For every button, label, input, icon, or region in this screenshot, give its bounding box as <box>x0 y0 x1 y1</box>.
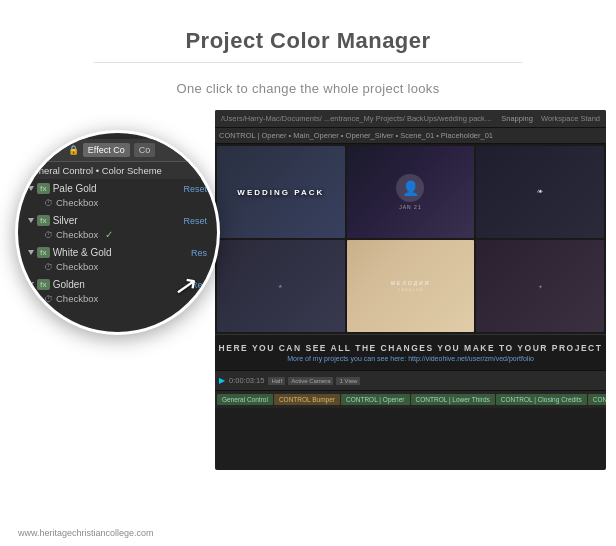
ae-zoom-control[interactable]: Half <box>268 377 285 385</box>
ae-timecode: ▶ <box>219 376 225 385</box>
scheme-name-white-gold: White & Gold <box>53 247 188 258</box>
ae-timeline: ▶ 0:00:03:15 Half Active Camera 1 View <box>215 370 606 390</box>
ae-breadcrumb: CONTROL | Opener • Main_Opener • Opener_… <box>219 131 493 140</box>
scheme-row-white-gold: fx White & Gold Res <box>22 245 213 260</box>
scheme-item-pale-gold: fx Pale Gold Reset ⏱ Checkbox <box>18 179 217 211</box>
ae-thumb-2: 👤 JAN 21 <box>347 146 475 238</box>
reset-white-gold-button[interactable]: Res <box>191 248 207 258</box>
reset-pale-gold-button[interactable]: Reset <box>183 184 207 194</box>
panel-title-bar: General Control • Color Scheme <box>18 162 217 179</box>
ae-snapping: Snapping <box>501 114 533 123</box>
clock-icon: ⏱ <box>44 262 53 272</box>
triangle-down-icon <box>28 250 34 255</box>
ae-controls: Half Active Camera 1 View <box>268 377 360 385</box>
ae-tab-closing-credits[interactable]: CONTROL | Closing Credits <box>496 394 587 405</box>
panel-tab-effect[interactable]: Effect Co <box>83 143 130 157</box>
ae-view-control[interactable]: 1 View <box>336 377 360 385</box>
checkbox-white-gold[interactable]: Checkbox <box>56 261 98 272</box>
ae-tab-control-opener[interactable]: CONTROL | Opener <box>341 394 410 405</box>
clock-icon: ⏱ <box>44 294 53 304</box>
fx-badge: fx <box>37 183 50 194</box>
ae-thumb-6: ✦ <box>476 240 604 332</box>
panel-tab-co[interactable]: Co <box>134 143 156 157</box>
ae-top-bar: /Users/Harry-Mac/Documents/ ...entrance_… <box>215 110 606 128</box>
scheme-row-pale-gold: fx Pale Gold Reset <box>22 181 213 196</box>
cursor-arrow-icon: ↗ <box>171 267 199 303</box>
ae-duration: 0:00:03:15 <box>229 376 264 385</box>
ae-toolbar: CONTROL | Opener • Main_Opener • Opener_… <box>215 128 606 144</box>
ae-thumb-3: ❧ <box>476 146 604 238</box>
footer-url: www.heritagechristiancollege.com <box>18 528 154 538</box>
panel-header: ject × 🔒 Effect Co Co <box>18 139 217 162</box>
scheme-item-silver: fx Silver Reset ⏱ Checkbox ✓ <box>18 211 217 243</box>
ae-preview-grid: WEDDING PACK 👤 JAN 21 ❧ ★ <box>215 144 606 334</box>
sub-row-pale-gold: ⏱ Checkbox <box>22 196 213 209</box>
triangle-down-icon <box>28 218 34 223</box>
ae-sub-text: More of my projects you can see here: ht… <box>219 355 603 362</box>
divider <box>94 62 523 63</box>
scheme-name-pale-gold: Pale Gold <box>53 183 181 194</box>
ae-tab-control-bumper[interactable]: CONTROL Bumper <box>274 394 340 405</box>
checkbox-golden[interactable]: Checkbox <box>56 293 98 304</box>
scheme-name-golden: Golden <box>53 279 188 290</box>
header-section: Project Color Manager One click to chang… <box>0 0 616 110</box>
ae-thumb-1: WEDDING PACK <box>217 146 345 238</box>
main-content: ject × 🔒 Effect Co Co General Control • … <box>0 110 616 490</box>
ae-tab-general-control[interactable]: General Control <box>217 394 273 405</box>
lock-icon: 🔒 <box>68 145 79 155</box>
ae-file-path: /Users/Harry-Mac/Documents/ ...entrance_… <box>221 114 493 123</box>
ae-screenshot: /Users/Harry-Mac/Documents/ ...entrance_… <box>215 110 606 470</box>
ae-camera-control[interactable]: Active Camera <box>288 377 333 385</box>
ae-thumb-5: МЕЛОДИЯ СВАДЬБА <box>347 240 475 332</box>
effect-panel-circle: ject × 🔒 Effect Co Co General Control • … <box>15 130 220 335</box>
ae-tab-lower-thirds[interactable]: CONTROL | Lower Thirds <box>411 394 495 405</box>
wedding-text: WEDDING PACK <box>237 188 324 197</box>
effect-panel-wrapper: ject × 🔒 Effect Co Co General Control • … <box>10 110 225 490</box>
fx-badge: fx <box>37 279 50 290</box>
panel-tab-project[interactable]: ject <box>26 143 50 157</box>
ae-lower-section: HERE YOU CAN SEE ALL THE CHANGES YOU MAK… <box>215 334 606 370</box>
sub-row-silver: ⏱ Checkbox ✓ <box>22 228 213 241</box>
clock-icon: ⏱ <box>44 230 53 240</box>
ae-main-heading: HERE YOU CAN SEE ALL THE CHANGES YOU MAK… <box>219 343 603 353</box>
ae-workspace: Workspace Stand <box>541 114 600 123</box>
fx-badge: fx <box>37 247 50 258</box>
triangle-down-icon <box>28 186 34 191</box>
close-icon[interactable]: × <box>54 145 60 156</box>
triangle-down-icon <box>28 282 34 287</box>
checkbox-pale-gold[interactable]: Checkbox <box>56 197 98 208</box>
fx-badge: fx <box>37 215 50 226</box>
ae-bottom-tabs: General Control CONTROL Bumper CONTROL |… <box>215 390 606 408</box>
reset-silver-button[interactable]: Reset <box>183 216 207 226</box>
scheme-name-silver: Silver <box>53 215 181 226</box>
page-subtitle: One click to change the whole project lo… <box>40 81 576 96</box>
checkmark-icon: ✓ <box>105 229 113 240</box>
ae-tab-slideshow[interactable]: CONTROL | Slideshow <box>588 394 606 405</box>
page-title: Project Color Manager <box>40 28 576 54</box>
scheme-row-silver: fx Silver Reset <box>22 213 213 228</box>
checkbox-silver[interactable]: Checkbox <box>56 229 98 240</box>
clock-icon: ⏱ <box>44 198 53 208</box>
ae-thumb-4: ★ <box>217 240 345 332</box>
